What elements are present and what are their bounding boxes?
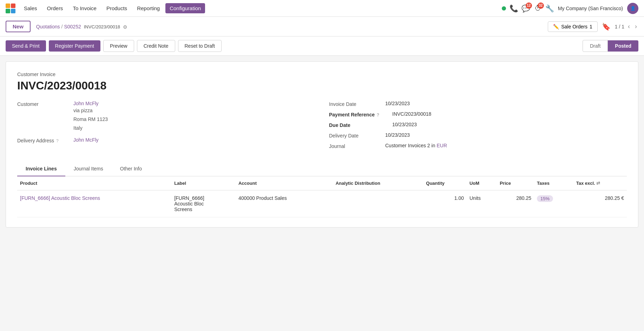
price-cell: 280.25: [497, 190, 534, 217]
top-nav-right: 📞 💬 12 ⏱ 32 🔧 My Company (San Francisco)…: [502, 3, 638, 14]
delivery-date-value[interactable]: 10/23/2023: [385, 132, 410, 138]
th-analytic: Analytic Distribution: [333, 176, 423, 190]
taxes-cell: 15%: [534, 190, 573, 217]
invoice-number: INVC/2023/00018: [17, 79, 627, 92]
nav-configuration[interactable]: Configuration: [165, 3, 205, 13]
product-link[interactable]: [FURN_6666] Acoustic Bloc Screens: [20, 195, 100, 201]
nav-to-invoice[interactable]: To Invoice: [68, 3, 101, 13]
th-tax-excl: Tax excl. ⇄: [573, 176, 627, 190]
due-date-label: Due Date: [329, 122, 392, 128]
th-product: Product: [17, 176, 171, 190]
tax-excl-cell: 280.25 €: [573, 190, 627, 217]
status-posted-label: Posted: [608, 40, 638, 52]
nav-sales[interactable]: Sales: [20, 3, 41, 13]
breadcrumb-separator: /: [61, 24, 63, 29]
messages-badge: 12: [526, 2, 532, 9]
tax-badge[interactable]: 15%: [537, 195, 553, 202]
user-avatar[interactable]: 👤: [627, 3, 638, 14]
customer-value-block: John McFly via pizza Roma RM 1123 Italy: [73, 101, 108, 133]
tab-journal-items[interactable]: Journal Items: [65, 162, 112, 176]
customer-name[interactable]: John McFly: [73, 101, 108, 106]
nav-reporting[interactable]: Reporting: [133, 3, 164, 13]
svg-rect-2: [6, 9, 10, 13]
svg-rect-0: [6, 4, 10, 8]
table-header-row: Product Label Account Analytic Distribut…: [17, 176, 627, 190]
analytic-cell: [333, 190, 423, 217]
send-print-button[interactable]: Send & Print: [6, 40, 46, 52]
invoice-date-value[interactable]: 10/23/2023: [385, 101, 410, 106]
breadcrumb-order[interactable]: S00252: [64, 24, 81, 29]
product-cell: [FURN_6666] Acoustic Bloc Screens: [17, 190, 171, 217]
right-column: Invoice Date 10/23/2023 Payment Referenc…: [322, 101, 627, 153]
tab-other-info[interactable]: Other Info: [112, 162, 150, 176]
prev-page-button[interactable]: ‹: [626, 23, 631, 30]
payment-ref-help-icon[interactable]: ?: [377, 113, 379, 117]
sale-orders-count: 1: [590, 24, 592, 29]
breadcrumb: Quotations / S00252 INVC/2023/00018 ⚙: [36, 23, 127, 30]
uom-cell: Units: [467, 190, 497, 217]
tab-invoice-lines[interactable]: Invoice Lines: [17, 162, 65, 176]
journal-currency[interactable]: EUR: [437, 143, 447, 148]
phone-icon[interactable]: 📞: [510, 5, 518, 12]
invoice-form: Customer John McFly via pizza Roma RM 11…: [17, 101, 627, 153]
edit-icon: ✏️: [553, 24, 559, 29]
invoice-date-label: Invoice Date: [329, 101, 385, 107]
top-navigation: Sales Orders To Invoice Products Reporti…: [0, 0, 644, 17]
next-page-button[interactable]: ›: [633, 23, 638, 30]
sale-orders-label: Sale Orders: [561, 24, 587, 29]
preview-button[interactable]: Preview: [103, 40, 134, 52]
sale-orders-button[interactable]: ✏️ Sale Orders 1: [548, 21, 598, 32]
action-bar: Send & Print Register Payment Preview Cr…: [0, 36, 644, 56]
th-uom: UoM: [467, 176, 497, 190]
reset-to-draft-button[interactable]: Reset to Draft: [178, 40, 222, 52]
delivery-help-icon[interactable]: ?: [56, 139, 59, 143]
account-cell: 400000 Product Sales: [236, 190, 333, 217]
th-label: Label: [171, 176, 236, 190]
payment-reference-field: Payment Reference ? INVC/2023/00018: [329, 111, 627, 117]
label-cell: [FURN_6666] Acoustic Bloc Screens: [171, 190, 236, 217]
status-draft-label[interactable]: Draft: [583, 40, 608, 52]
delivery-date-label: Delivery Date: [329, 132, 385, 139]
settings-gear-icon[interactable]: ⚙: [123, 24, 127, 30]
column-swap-icon[interactable]: ⇄: [596, 181, 600, 186]
pagination: 1 / 1 ‹ ›: [615, 23, 638, 30]
register-payment-button[interactable]: Register Payment: [49, 40, 100, 52]
delivery-date-field: Delivery Date 10/23/2023: [329, 132, 627, 139]
due-date-value[interactable]: 10/23/2023: [392, 122, 417, 127]
online-status-indicator: [502, 6, 506, 11]
payment-reference-value: INVC/2023/00018: [392, 111, 431, 117]
status-bar: Draft Posted: [583, 40, 638, 52]
invoice-type-label: Customer Invoice: [17, 72, 627, 77]
credit-note-button[interactable]: Credit Note: [137, 40, 175, 52]
delivery-address-name[interactable]: John McFly: [73, 137, 99, 143]
delivery-address-label: Delivery Address ?: [17, 137, 73, 143]
breadcrumb-quotations[interactable]: Quotations: [36, 24, 60, 29]
subheader: New Quotations / S00252 INVC/2023/00018 …: [0, 17, 644, 36]
timer-icon[interactable]: ⏱ 32: [534, 5, 542, 12]
messages-icon[interactable]: 💬 12: [522, 5, 530, 12]
tabs: Invoice Lines Journal Items Other Info: [17, 162, 627, 176]
quantity-cell: 1.00: [423, 190, 467, 217]
customer-address-line1: via pizza: [73, 106, 108, 115]
subheader-right: ✏️ Sale Orders 1 🔖 1 / 1 ‹ ›: [548, 21, 638, 32]
svg-rect-1: [11, 4, 15, 8]
table-row: [FURN_6666] Acoustic Bloc Screens [FURN_…: [17, 190, 627, 217]
timer-badge: 32: [538, 2, 544, 9]
nav-products[interactable]: Products: [102, 3, 131, 13]
delivery-address-field: Delivery Address ? John McFly: [17, 137, 308, 143]
due-date-field: Due Date 10/23/2023: [329, 122, 627, 128]
th-quantity: Quantity: [423, 176, 467, 190]
company-name: My Company (San Francisco): [558, 6, 623, 11]
app-logo[interactable]: [6, 4, 15, 13]
bookmark-icon[interactable]: 🔖: [602, 22, 611, 31]
journal-value[interactable]: Customer Invoices 2: [385, 143, 430, 148]
invoice-date-field: Invoice Date 10/23/2023: [329, 101, 627, 107]
nav-orders[interactable]: Orders: [43, 3, 67, 13]
invoice-lines-table: Product Label Account Analytic Distribut…: [17, 176, 627, 217]
th-price: Price: [497, 176, 534, 190]
customer-address-line3: Italy: [73, 124, 108, 133]
settings-icon[interactable]: 🔧: [546, 5, 554, 12]
th-account: Account: [236, 176, 333, 190]
new-button[interactable]: New: [6, 21, 31, 32]
journal-in: in: [432, 143, 435, 148]
